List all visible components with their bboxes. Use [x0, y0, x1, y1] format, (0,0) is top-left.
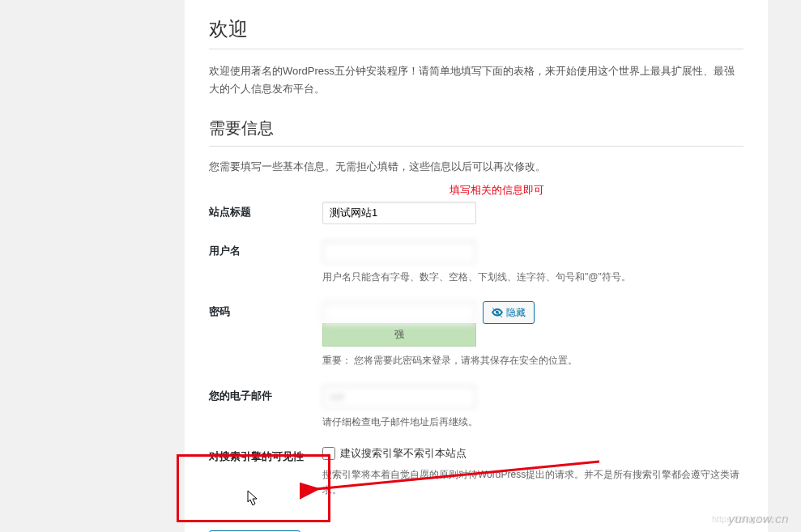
username-note: 用户名只能含有字母、数字、空格、下划线、连字符、句号和"@"符号。 — [322, 270, 743, 285]
password-note: 重要： 您将需要此密码来登录，请将其保存在安全的位置。 — [322, 353, 743, 368]
visibility-label: 对搜索引擎的可见性 — [209, 438, 322, 506]
username-input[interactable] — [322, 240, 476, 263]
welcome-intro: 欢迎使用著名的WordPress五分钟安装程序！请简单地填写下面的表格，来开始使… — [209, 62, 743, 98]
install-form-container: 欢迎 欢迎使用著名的WordPress五分钟安装程序！请简单地填写下面的表格，来… — [185, 0, 768, 532]
password-input[interactable] — [322, 301, 476, 324]
site-title-input[interactable] — [322, 202, 476, 224]
info-heading: 需要信息 — [209, 117, 743, 147]
visibility-checkbox[interactable] — [322, 447, 335, 460]
username-label: 用户名 — [209, 232, 322, 293]
visibility-checkbox-label: 建议搜索引擎不索引本站点 — [340, 446, 467, 461]
install-form-table: 站点标题 用户名 用户名只能含有字母、数字、空格、下划线、连字符、句号和"@"符… — [209, 194, 743, 506]
annotation-text: 填写相关的信息即可 — [449, 183, 544, 198]
email-input[interactable] — [322, 385, 476, 408]
eye-slash-icon — [492, 307, 503, 318]
hide-password-button[interactable]: 隐藏 — [483, 301, 535, 324]
email-label: 您的电子邮件 — [209, 377, 322, 438]
password-strength: 强 — [322, 323, 476, 347]
hide-btn-label: 隐藏 — [506, 306, 526, 320]
welcome-heading: 欢迎 — [209, 16, 743, 49]
password-label: 密码 — [209, 293, 322, 377]
email-note: 请仔细检查电子邮件地址后再继续。 — [322, 415, 743, 430]
watermark-text: yunxow.cn — [728, 512, 789, 526]
site-title-label: 站点标题 — [209, 194, 322, 232]
info-intro: 您需要填写一些基本信息。无需担心填错，这些信息以后可以再次修改。 — [209, 160, 743, 174]
visibility-note: 搜索引擎将本着自觉自愿的原则对待WordPress提出的请求。并不是所有搜索引擎… — [322, 467, 743, 498]
